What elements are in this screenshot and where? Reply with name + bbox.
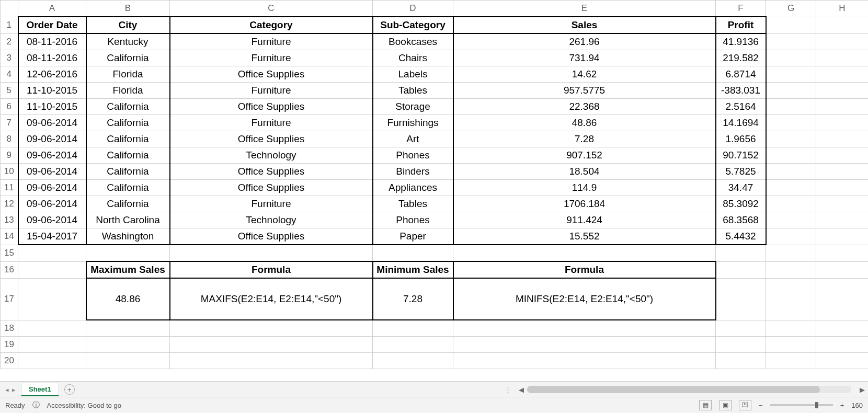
- cell-F9[interactable]: 90.7152: [716, 147, 766, 164]
- zoom-out-button[interactable]: −: [759, 401, 763, 409]
- col-header-A[interactable]: A: [18, 1, 86, 17]
- cell-C1[interactable]: Category: [170, 17, 373, 33]
- row-10[interactable]: 1009-06-2014CaliforniaOffice SuppliesBin…: [1, 164, 869, 180]
- col-header-F[interactable]: F: [716, 1, 766, 17]
- cell-C6[interactable]: Office Supplies: [170, 99, 373, 115]
- cell-E8[interactable]: 7.28: [453, 131, 716, 147]
- cell-C10[interactable]: Office Supplies: [170, 164, 373, 180]
- new-sheet-button[interactable]: +: [64, 384, 75, 395]
- cell-D14[interactable]: Paper: [373, 228, 453, 245]
- row-header-2[interactable]: 2: [1, 33, 18, 50]
- cell-E7[interactable]: 48.86: [453, 115, 716, 131]
- cell-B16[interactable]: Maximum Sales: [86, 261, 170, 278]
- cell-E12[interactable]: 1706.184: [453, 196, 716, 212]
- col-header-G[interactable]: G: [766, 1, 816, 17]
- hscroll-right-icon[interactable]: ▶: [856, 386, 868, 394]
- cell-A4[interactable]: 12-06-2016: [18, 66, 86, 83]
- cell-C4[interactable]: Office Supplies: [170, 66, 373, 83]
- cell-E10[interactable]: 18.504: [453, 164, 716, 180]
- zoom-slider[interactable]: [770, 404, 833, 406]
- cell-F1[interactable]: Profit: [716, 17, 766, 33]
- cell-F8[interactable]: 1.9656: [716, 131, 766, 147]
- cell-E3[interactable]: 731.94: [453, 50, 716, 66]
- cell-B4[interactable]: Florida: [86, 66, 170, 83]
- cell-D5[interactable]: Tables: [373, 83, 453, 99]
- cell-A11[interactable]: 09-06-2014: [18, 180, 86, 196]
- cell-D9[interactable]: Phones: [373, 147, 453, 164]
- cell-E6[interactable]: 22.368: [453, 99, 716, 115]
- row-3[interactable]: 308-11-2016CaliforniaFurnitureChairs731.…: [1, 50, 869, 66]
- cell-A1[interactable]: Order Date: [18, 17, 86, 33]
- cell-B6[interactable]: California: [86, 99, 170, 115]
- cell-A8[interactable]: 09-06-2014: [18, 131, 86, 147]
- scroll-split-icon[interactable]: ⋮: [505, 386, 516, 394]
- row-11[interactable]: 1109-06-2014CaliforniaOffice SuppliesApp…: [1, 180, 869, 196]
- row-header-11[interactable]: 11: [1, 180, 18, 196]
- cell-A14[interactable]: 15-04-2017: [18, 228, 86, 245]
- cell-B2[interactable]: Kentucky: [86, 33, 170, 50]
- cell-D3[interactable]: Chairs: [373, 50, 453, 66]
- col-header-C[interactable]: C: [170, 1, 373, 17]
- cell-B9[interactable]: California: [86, 147, 170, 164]
- cell-B3[interactable]: California: [86, 50, 170, 66]
- cell-F10[interactable]: 5.7825: [716, 164, 766, 180]
- row-header-15[interactable]: 15: [1, 245, 18, 261]
- row-9[interactable]: 909-06-2014CaliforniaTechnologyPhones907…: [1, 147, 869, 164]
- cell-D8[interactable]: Art: [373, 131, 453, 147]
- cell-C3[interactable]: Furniture: [170, 50, 373, 66]
- cell-A6[interactable]: 11-10-2015: [18, 99, 86, 115]
- cell-C5[interactable]: Furniture: [170, 83, 373, 99]
- cell-D12[interactable]: Tables: [373, 196, 453, 212]
- cell-D16[interactable]: Minimum Sales: [373, 261, 453, 278]
- zoom-in-button[interactable]: +: [840, 401, 844, 409]
- cell-B1[interactable]: City: [86, 17, 170, 33]
- cell-F11[interactable]: 34.47: [716, 180, 766, 196]
- row-13[interactable]: 1309-06-2014North CarolinaTechnologyPhon…: [1, 212, 869, 228]
- sheet-tab-active[interactable]: Sheet1: [21, 383, 59, 396]
- cell-F4[interactable]: 6.8714: [716, 66, 766, 83]
- row-header-14[interactable]: 14: [1, 228, 18, 245]
- cell-B12[interactable]: California: [86, 196, 170, 212]
- cell-F13[interactable]: 68.3568: [716, 212, 766, 228]
- view-page-break-icon[interactable]: 凹: [739, 400, 751, 410]
- row-5[interactable]: 511-10-2015FloridaFurnitureTables957.577…: [1, 83, 869, 99]
- row-header-13[interactable]: 13: [1, 212, 18, 228]
- row-2[interactable]: 208-11-2016KentuckyFurnitureBookcases261…: [1, 33, 869, 50]
- cell-E13[interactable]: 911.424: [453, 212, 716, 228]
- col-header-B[interactable]: B: [86, 1, 170, 17]
- row-header-6[interactable]: 6: [1, 99, 18, 115]
- cell-E14[interactable]: 15.552: [453, 228, 716, 245]
- cell-E1[interactable]: Sales: [453, 17, 716, 33]
- row-header-12[interactable]: 12: [1, 196, 18, 212]
- view-normal-icon[interactable]: ▦: [699, 400, 712, 410]
- worksheet-grid[interactable]: A B C D E F G H 1 Order Date City Catego…: [0, 0, 868, 382]
- cell-G1[interactable]: [766, 17, 816, 33]
- cell-A12[interactable]: 09-06-2014: [18, 196, 86, 212]
- row-15[interactable]: 15: [1, 245, 869, 261]
- cell-A5[interactable]: 11-10-2015: [18, 83, 86, 99]
- row-header-1[interactable]: 1: [1, 17, 18, 33]
- cell-D2[interactable]: Bookcases: [373, 33, 453, 50]
- row-header-7[interactable]: 7: [1, 115, 18, 131]
- row-header-5[interactable]: 5: [1, 83, 18, 99]
- cell-F17[interactable]: [716, 278, 766, 320]
- cell-B17[interactable]: 48.86: [86, 278, 170, 320]
- cell-A7[interactable]: 09-06-2014: [18, 115, 86, 131]
- row-1[interactable]: 1 Order Date City Category Sub-Category …: [1, 17, 869, 33]
- cell-C12[interactable]: Furniture: [170, 196, 373, 212]
- cell-C9[interactable]: Technology: [170, 147, 373, 164]
- cell-H1[interactable]: [816, 17, 869, 33]
- row-6[interactable]: 611-10-2015CaliforniaOffice SuppliesStor…: [1, 99, 869, 115]
- row-header-8[interactable]: 8: [1, 131, 18, 147]
- cell-A17[interactable]: [18, 278, 86, 320]
- column-header-row[interactable]: A B C D E F G H: [1, 1, 869, 17]
- cell-B11[interactable]: California: [86, 180, 170, 196]
- row-8[interactable]: 809-06-2014CaliforniaOffice SuppliesArt7…: [1, 131, 869, 147]
- col-header-H[interactable]: H: [816, 1, 869, 17]
- cell-B14[interactable]: Washington: [86, 228, 170, 245]
- cell-C7[interactable]: Furniture: [170, 115, 373, 131]
- cell-C14[interactable]: Office Supplies: [170, 228, 373, 245]
- row-12[interactable]: 1209-06-2014CaliforniaFurnitureTables170…: [1, 196, 869, 212]
- cell-F6[interactable]: 2.5164: [716, 99, 766, 115]
- row-14[interactable]: 1415-04-2017WashingtonOffice SuppliesPap…: [1, 228, 869, 245]
